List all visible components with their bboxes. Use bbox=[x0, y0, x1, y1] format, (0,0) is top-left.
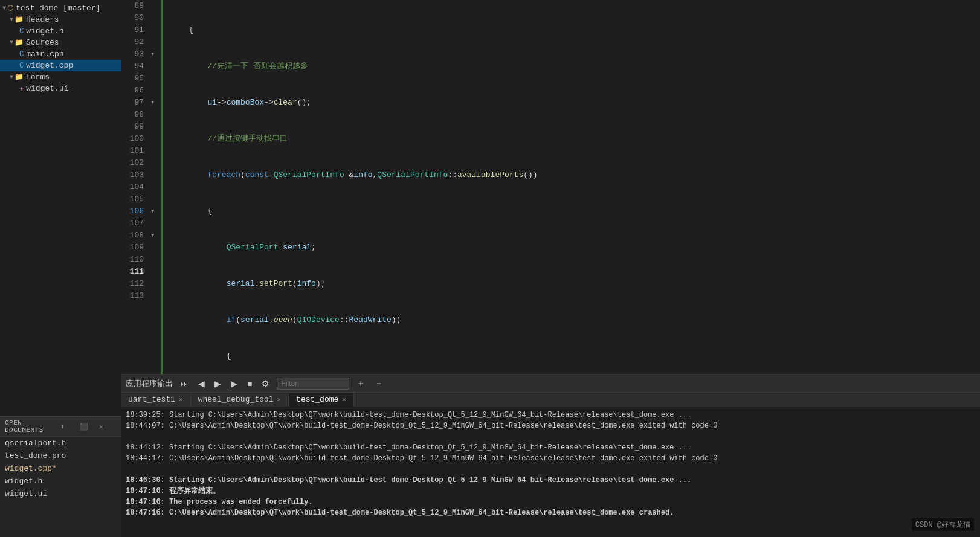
open-docs-split-icon[interactable]: ⬛ bbox=[80, 423, 97, 431]
gutter-97[interactable]: ▼ bbox=[151, 97, 161, 109]
bottom-toolbar: 应用程序输出 ⏭ ◀ ▶ ▶ ■ ⚙ ＋ － bbox=[121, 375, 980, 393]
ln-91: 91 bbox=[121, 24, 144, 36]
open-docs-list: qserialport.h test_dome.pro widget.cpp* … bbox=[0, 437, 121, 500]
code-line-93: foreach(const QSerialPortInfo &info,QSer… bbox=[170, 169, 980, 181]
gutter-90 bbox=[151, 12, 161, 24]
line-numbers: 89 90 91 92 93 94 95 96 97 98 99 100 101… bbox=[121, 0, 151, 374]
ln-95: 95 bbox=[121, 72, 144, 85]
open-docs-header: Open Documents ⬆ ⬛ ✕ bbox=[0, 417, 121, 437]
tree-item-forms[interactable]: ▼ 📁 Forms bbox=[0, 71, 121, 83]
gutter-89 bbox=[151, 0, 161, 12]
open-doc-label: widget.cpp* bbox=[5, 464, 57, 473]
tree-item-widget-cpp[interactable]: C widget.cpp bbox=[0, 60, 121, 71]
tree-item-sources[interactable]: ▼ 📁 Sources bbox=[0, 37, 121, 48]
open-doc-widgeth[interactable]: widget.h bbox=[0, 475, 121, 487]
toolbar-btn-minus[interactable]: － bbox=[372, 377, 385, 390]
sidebar: ▼ ⬡ test_dome [master] ▼ 📁 Headers C wid… bbox=[0, 0, 121, 537]
output-line-1: 18:39:25: Starting C:\Users\Admin\Deskto… bbox=[126, 410, 975, 420]
output-label: 应用程序输出 bbox=[126, 378, 173, 389]
open-doc-qserialport[interactable]: qserialport.h bbox=[0, 437, 121, 449]
gutter-108[interactable]: ▼ bbox=[151, 230, 161, 242]
ln-90: 90 bbox=[121, 12, 144, 24]
code-content[interactable]: { //先清一下 否则会越积越多 ui->comboBox->clear(); … bbox=[165, 0, 980, 374]
tab-uart-close[interactable]: ✕ bbox=[179, 396, 183, 404]
watermark: CSDN @好奇龙猫 bbox=[912, 518, 974, 531]
code-line-97: if(serial.open(QIODevice::ReadWrite)) bbox=[170, 314, 980, 326]
toolbar-btn-prev[interactable]: ◀ bbox=[196, 378, 207, 390]
folder-icon: 📁 bbox=[15, 15, 24, 24]
open-doc-label: qserialport.h bbox=[5, 439, 66, 448]
tab-wheel-close[interactable]: ✕ bbox=[277, 396, 281, 404]
toolbar-btn-settings[interactable]: ⚙ bbox=[259, 378, 272, 390]
gutter-105 bbox=[151, 193, 161, 205]
tree-item-widget-ui[interactable]: ✦ widget.ui bbox=[0, 83, 121, 94]
gutter-106[interactable]: ▼ bbox=[151, 205, 161, 217]
ln-93: 93 bbox=[121, 48, 144, 60]
main-cpp-label: main.cpp bbox=[26, 50, 63, 59]
output-line-3 bbox=[126, 431, 975, 442]
ln-103: 103 bbox=[121, 169, 144, 181]
tree-item-main-cpp[interactable]: C main.cpp bbox=[0, 48, 121, 60]
widget-cpp-label: widget.cpp bbox=[26, 61, 73, 70]
gutter-93[interactable]: ▼ bbox=[151, 48, 161, 60]
ln-110: 110 bbox=[121, 254, 144, 266]
gutter-94 bbox=[151, 60, 161, 72]
output-line-8: 18:47:16: 程序异常结束。 bbox=[126, 486, 975, 497]
tab-test-dome[interactable]: test_dome ✕ bbox=[289, 393, 354, 407]
ln-98: 98 bbox=[121, 109, 144, 121]
output-line-7: 18:46:30: Starting C:\Users\Admin\Deskto… bbox=[126, 475, 975, 486]
code-view[interactable]: 89 90 91 92 93 94 95 96 97 98 99 100 101… bbox=[121, 0, 980, 374]
ln-111: 111 bbox=[121, 266, 144, 278]
tree-item-headers[interactable]: ▼ 📁 Headers bbox=[0, 14, 121, 25]
open-docs-close-icon[interactable]: ✕ bbox=[99, 423, 116, 431]
gutter-95 bbox=[151, 72, 161, 85]
toolbar-btn-plus[interactable]: ＋ bbox=[354, 377, 367, 390]
tab-dome-close[interactable]: ✕ bbox=[342, 396, 346, 404]
gutter-91 bbox=[151, 24, 161, 36]
open-doc-label: test_dome.pro bbox=[5, 451, 66, 460]
file-cpp2-icon: C bbox=[19, 62, 24, 70]
gutter: ▼ ▼ ▼ ▼ bbox=[151, 0, 161, 374]
gutter-103 bbox=[151, 169, 161, 181]
project-tree: ▼ ⬡ test_dome [master] ▼ 📁 Headers C wid… bbox=[0, 0, 121, 416]
file-ui-icon: ✦ bbox=[19, 84, 24, 93]
folder-sources-icon: 📁 bbox=[15, 38, 24, 47]
ln-108: 108 bbox=[121, 230, 144, 242]
tree-item-widget-h[interactable]: C widget.h bbox=[0, 25, 121, 37]
code-line-98: { bbox=[170, 350, 980, 362]
open-doc-widgetui[interactable]: widget.ui bbox=[0, 487, 121, 500]
open-doc-testpro[interactable]: test_dome.pro bbox=[0, 449, 121, 462]
output-area[interactable]: 18:39:25: Starting C:\Users\Admin\Deskto… bbox=[121, 407, 980, 537]
gutter-102 bbox=[151, 157, 161, 169]
ln-92: 92 bbox=[121, 36, 144, 48]
code-line-89: { bbox=[170, 24, 980, 36]
tab-wheel-debug[interactable]: wheel_debug_tool ✕ bbox=[191, 393, 289, 407]
open-docs-controls[interactable]: ⬆ ⬛ ✕ bbox=[60, 423, 116, 431]
gutter-112 bbox=[151, 278, 161, 290]
filter-input[interactable] bbox=[277, 378, 349, 390]
collapse-arrow-sources: ▼ bbox=[10, 39, 13, 46]
toolbar-btn-next[interactable]: ▶ bbox=[212, 378, 224, 390]
toolbar-btn-step[interactable]: ⏭ bbox=[178, 378, 191, 390]
tab-wheel-label: wheel_debug_tool bbox=[198, 395, 274, 404]
toolbar-btn-stop[interactable]: ■ bbox=[245, 378, 254, 390]
ln-112: 112 bbox=[121, 278, 144, 290]
tree-item-project[interactable]: ▼ ⬡ test_dome [master] bbox=[0, 2, 121, 14]
open-doc-widgetcpp[interactable]: widget.cpp* bbox=[0, 462, 121, 475]
widget-h-label: widget.h bbox=[26, 27, 63, 36]
output-line-4: 18:44:12: Starting C:\Users\Admin\Deskto… bbox=[126, 442, 975, 453]
tab-uart-test1[interactable]: uart_test1 ✕ bbox=[121, 393, 191, 407]
output-line-9: 18:47:16: The process was ended forceful… bbox=[126, 497, 975, 507]
ln-107: 107 bbox=[121, 217, 144, 230]
ln-96: 96 bbox=[121, 85, 144, 97]
toolbar-btn-run[interactable]: ▶ bbox=[228, 378, 240, 390]
gutter-98 bbox=[151, 109, 161, 121]
tab-uart-label: uart_test1 bbox=[128, 395, 175, 404]
collapse-arrow-forms: ▼ bbox=[10, 74, 13, 80]
ln-99: 99 bbox=[121, 121, 144, 133]
open-docs-expand-icon[interactable]: ⬆ bbox=[60, 423, 77, 431]
gutter-100 bbox=[151, 133, 161, 145]
folder-forms-icon: 📁 bbox=[15, 72, 24, 82]
sources-label: Sources bbox=[26, 38, 59, 47]
modified-indicator bbox=[161, 0, 163, 374]
